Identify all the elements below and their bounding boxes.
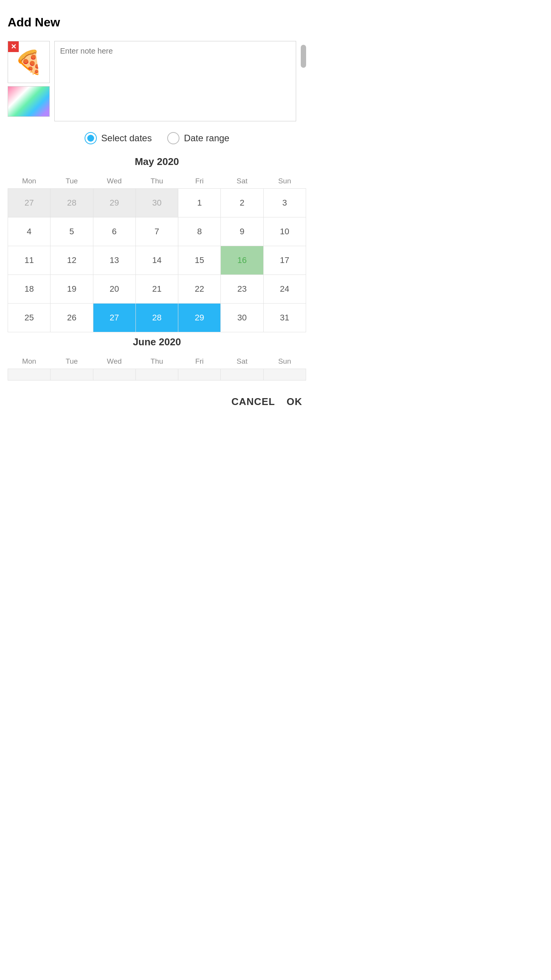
may-row2-cell7[interactable]: 10 (263, 217, 306, 246)
select-dates-radio[interactable] (85, 132, 97, 144)
date-range-option[interactable]: Date range (167, 132, 230, 144)
may-row4-cell2[interactable]: 19 (51, 275, 93, 304)
pizza-icon: 🍕 (15, 49, 43, 76)
may-row1-cell4[interactable]: 30 (135, 189, 178, 217)
weekday-sun: Sun (263, 174, 306, 189)
may-2020-calendar: May 2020 Mon Tue Wed Thu Fri Sat Sun 272… (8, 156, 306, 332)
may-row3-cell7[interactable]: 17 (263, 246, 306, 275)
may-row1-cell1[interactable]: 27 (8, 189, 51, 217)
weekday-wed: Wed (93, 174, 135, 189)
image-panel[interactable]: ✕ 🍕 (8, 41, 50, 83)
may-row3-cell5[interactable]: 15 (178, 246, 221, 275)
scrollbar-thumb[interactable] (301, 45, 306, 68)
may-row1-cell2[interactable]: 28 (51, 189, 93, 217)
june-weekday-thu: Thu (135, 354, 178, 369)
june-row1-tue[interactable] (51, 369, 93, 381)
may-row1-cell3[interactable]: 29 (93, 189, 135, 217)
june-row1-sat[interactable] (221, 369, 263, 381)
scrollbar[interactable] (301, 41, 306, 68)
bottom-buttons: CANCEL OK (8, 388, 306, 412)
may-row4-cell7[interactable]: 24 (263, 275, 306, 304)
june-weekday-sun: Sun (263, 354, 306, 369)
cancel-button[interactable]: CANCEL (231, 396, 275, 408)
june-weekday-fri: Fri (178, 354, 221, 369)
june-row1-sun[interactable] (263, 369, 306, 381)
may-row2-cell5[interactable]: 8 (178, 217, 221, 246)
may-calendar-grid: Mon Tue Wed Thu Fri Sat Sun 272829301234… (8, 174, 306, 332)
june-title: June 2020 (8, 336, 306, 348)
may-row5-cell2[interactable]: 26 (51, 304, 93, 332)
left-panels: ✕ 🍕 (8, 41, 50, 117)
close-icon: ✕ (11, 43, 16, 50)
may-row5-cell3[interactable]: 27 (93, 304, 135, 332)
june-row1-thu[interactable] (135, 369, 178, 381)
june-weekday-sat: Sat (221, 354, 263, 369)
may-row5-cell1[interactable]: 25 (8, 304, 51, 332)
june-row1-fri[interactable] (178, 369, 221, 381)
may-row5-cell6[interactable]: 30 (221, 304, 263, 332)
page-title: Add New (8, 15, 306, 29)
date-range-label: Date range (184, 133, 230, 144)
select-dates-option[interactable]: Select dates (85, 132, 152, 144)
june-weekday-tue: Tue (51, 354, 93, 369)
weekday-sat: Sat (221, 174, 263, 189)
close-badge[interactable]: ✕ (8, 41, 19, 52)
radio-section: Select dates Date range (8, 132, 306, 144)
weekday-thu: Thu (135, 174, 178, 189)
may-row4-cell5[interactable]: 22 (178, 275, 221, 304)
may-row3-cell2[interactable]: 12 (51, 246, 93, 275)
june-2020-calendar: June 2020 Mon Tue Wed Thu Fri Sat Sun (8, 336, 306, 381)
may-row3-cell4[interactable]: 14 (135, 246, 178, 275)
june-row1-wed[interactable] (93, 369, 135, 381)
may-row2-cell4[interactable]: 7 (135, 217, 178, 246)
may-row2-cell6[interactable]: 9 (221, 217, 263, 246)
select-dates-label: Select dates (101, 133, 152, 144)
may-row2-cell3[interactable]: 6 (93, 217, 135, 246)
may-row3-cell1[interactable]: 11 (8, 246, 51, 275)
may-row4-cell4[interactable]: 21 (135, 275, 178, 304)
date-range-radio[interactable] (167, 132, 179, 144)
june-weekday-wed: Wed (93, 354, 135, 369)
may-row5-cell5[interactable]: 29 (178, 304, 221, 332)
ok-button[interactable]: OK (287, 396, 302, 408)
may-row1-cell5[interactable]: 1 (178, 189, 221, 217)
weekday-tue: Tue (51, 174, 93, 189)
june-row1-mon[interactable] (8, 369, 51, 381)
may-row3-cell3[interactable]: 13 (93, 246, 135, 275)
note-input[interactable] (54, 41, 296, 121)
may-row2-cell1[interactable]: 4 (8, 217, 51, 246)
may-row1-cell7[interactable]: 3 (263, 189, 306, 217)
may-row4-cell1[interactable]: 18 (8, 275, 51, 304)
may-row2-cell2[interactable]: 5 (51, 217, 93, 246)
june-calendar-grid: Mon Tue Wed Thu Fri Sat Sun (8, 354, 306, 381)
may-row5-cell4[interactable]: 28 (135, 304, 178, 332)
weekday-fri: Fri (178, 174, 221, 189)
may-row4-cell3[interactable]: 20 (93, 275, 135, 304)
june-weekday-mon: Mon (8, 354, 51, 369)
may-row3-cell6[interactable]: 16 (221, 246, 263, 275)
may-row5-cell7[interactable]: 31 (263, 304, 306, 332)
weekday-mon: Mon (8, 174, 51, 189)
may-row1-cell6[interactable]: 2 (221, 189, 263, 217)
may-row4-cell6[interactable]: 23 (221, 275, 263, 304)
may-title: May 2020 (8, 156, 306, 168)
color-picker-panel[interactable] (8, 86, 50, 117)
